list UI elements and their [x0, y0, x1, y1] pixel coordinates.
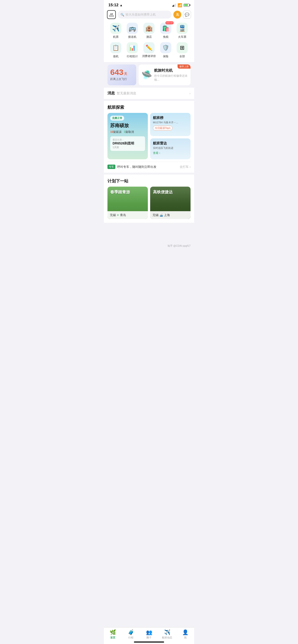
- service-item-train[interactable]: 🚆 火车票: [174, 23, 191, 39]
- watermark: 知乎 @CDAI ppgf17: [104, 243, 194, 250]
- ar-button[interactable]: AR: [107, 10, 116, 19]
- plan-next-section: 计划下一站 春季踏青游 无锡 ✈ 青岛 高铁便捷达 无锡: [104, 174, 194, 223]
- status-bar: 15:12 ▲ 📶 ⚡: [104, 0, 194, 9]
- wifi-icon: 📶: [178, 3, 182, 8]
- taxi-action[interactable]: 去打车 ›: [180, 165, 191, 169]
- search-icon: 🔍: [120, 13, 124, 16]
- flight-card-radar[interactable]: 航班雷达 实时追踪飞机轨迹 查看 ›: [150, 138, 191, 159]
- taxi-bar[interactable]: 专车 呼叫专车，随叫随到立即出发 去打车 ›: [107, 162, 191, 169]
- banner-card-right[interactable]: 徽章上新 🛸 航旅时光机 您今日的航旅行程徽章还未领...: [139, 64, 191, 85]
- banner-card-left[interactable]: 643 天 距离上次飞行: [107, 64, 136, 85]
- section-title: 航班探索: [107, 104, 191, 110]
- service-grid: ✈️ 机票 🚌 接送机 🏨 酒店 🛍️ 低至3折 免税 🚆 火车票 📋 值机: [107, 23, 191, 58]
- service-item-dutyfree[interactable]: 🛍️ 低至3折 免税: [157, 23, 174, 39]
- service-section: ✈️ 机票 🚌 接送机 🏨 酒店 🛍️ 低至3折 免税 🚆 火车票 📋 值机: [104, 22, 194, 62]
- service-item-flight[interactable]: ✈️ 机票: [107, 23, 124, 39]
- flight-explore-section: 航班探索 流量正常 苏南硕放 10架延误 0架取消 最近出港： DR6526到昆…: [104, 101, 194, 173]
- plan-card-train[interactable]: 高铁便捷达 无锡 🚄 上海: [150, 186, 191, 219]
- banner-section: 643 天 距离上次飞行 徽章上新 🛸 航旅时光机 您今日的航旅行程徽章还未领.…: [104, 62, 194, 88]
- flight-card-ranking[interactable]: 航班榜 MU2784 乌鲁木齐－... 今日延误Top1: [150, 113, 191, 136]
- service-item-transfer[interactable]: 🚌 接送机: [124, 23, 141, 39]
- plan-title: 计划下一站: [107, 178, 191, 184]
- plan-grid: 春季踏青游 无锡 ✈ 青岛 高铁便捷达 无锡 🚄 上海: [107, 186, 191, 219]
- service-item-checkin[interactable]: 📋 值机: [107, 42, 124, 58]
- message-icon: 💬: [185, 12, 189, 17]
- battery-icon: ⚡: [184, 4, 190, 7]
- flight-explore-grid: 流量正常 苏南硕放 10架延误 0架取消 最近出港： DR6526到昆明 1天前…: [107, 113, 191, 159]
- service-item-itinerary[interactable]: 📊 行程统计: [124, 42, 141, 58]
- coins-button[interactable]: 兑: [173, 11, 181, 18]
- status-time: 15:12 ▲: [108, 3, 123, 8]
- message-button[interactable]: 💬: [183, 11, 191, 18]
- flight-card-airport[interactable]: 流量正常 苏南硕放 10架延误 0架取消 最近出港： DR6526到昆明 1天前: [107, 113, 148, 159]
- status-icons: 📶 ⚡: [172, 3, 190, 8]
- message-bar[interactable]: 消息 暂无最新消息 ›: [104, 88, 194, 99]
- signal-icon: [172, 4, 176, 7]
- message-chevron: ›: [189, 91, 191, 96]
- plan-card-spring[interactable]: 春季踏青游 无锡 ✈ 青岛: [107, 186, 148, 219]
- coins-icon: 兑: [176, 12, 179, 17]
- search-placeholder-text: 较大乐器如何携带上机: [126, 12, 156, 17]
- service-item-insurance[interactable]: 🛡️ 保险: [157, 42, 174, 58]
- service-item-hotel[interactable]: 🏨 酒店: [141, 23, 157, 39]
- search-bar[interactable]: 🔍 较大乐器如何携带上机: [118, 11, 171, 18]
- header: AR 🔍 较大乐器如何携带上机 兑 💬: [104, 9, 194, 22]
- service-item-review[interactable]: ✏️ 消费者评价: [141, 42, 157, 58]
- service-item-all[interactable]: ⊞ 全部: [174, 42, 191, 58]
